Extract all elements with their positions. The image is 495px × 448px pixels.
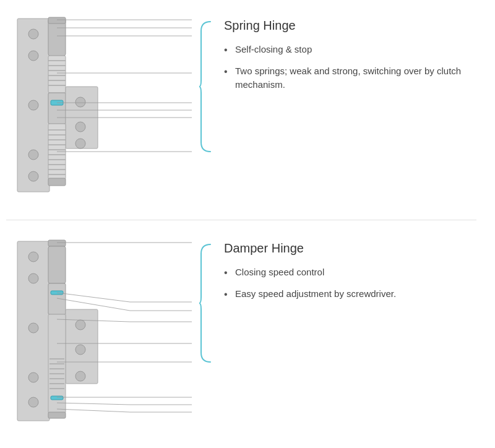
svg-point-5 xyxy=(28,171,38,181)
svg-point-70 xyxy=(75,345,85,355)
damper-hinge-svg: Cap Speed Adjusting Screw O-ring Ball Be… xyxy=(6,229,192,433)
damper-hinge-description: Damper Hinge Closing speed control Easy … xyxy=(224,241,489,308)
svg-line-96 xyxy=(57,403,130,405)
svg-line-86 xyxy=(57,298,130,311)
spring-hinge-info: Spring Hinge Self-closing & stop Two spr… xyxy=(192,6,489,155)
svg-rect-81 xyxy=(48,412,66,418)
svg-rect-65 xyxy=(48,283,66,314)
svg-rect-64 xyxy=(48,246,66,283)
svg-point-18 xyxy=(75,97,85,107)
svg-point-62 xyxy=(28,397,38,407)
damper-hinge-section: Cap Speed Adjusting Screw O-ring Ball Be… xyxy=(6,229,489,439)
svg-rect-7 xyxy=(48,17,66,24)
spring-hinge-description: Spring Hinge Self-closing & stop Two spr… xyxy=(224,19,489,100)
svg-rect-6 xyxy=(48,19,66,56)
svg-line-98 xyxy=(57,409,130,412)
spring-hinge-section: Cap Spring Pin Shaft Weak Spring Ball Be… xyxy=(6,6,489,217)
spring-hinge-bullet-2: Two springs; weak and strong, switching … xyxy=(224,64,489,92)
spring-hinge-title: Spring Hinge xyxy=(224,19,489,33)
svg-point-69 xyxy=(75,320,85,330)
damper-hinge-bullets: Closing speed control Easy speed adjustm… xyxy=(224,265,489,301)
svg-point-19 xyxy=(75,122,85,132)
spring-hinge-diagram: Cap Spring Pin Shaft Weak Spring Ball Be… xyxy=(6,6,192,204)
spring-hinge-bullet-1: Self-closing & stop xyxy=(224,43,489,57)
svg-point-61 xyxy=(28,373,38,382)
svg-point-59 xyxy=(28,274,38,283)
svg-line-84 xyxy=(57,293,130,302)
svg-point-58 xyxy=(28,252,38,262)
svg-rect-8 xyxy=(48,56,66,93)
svg-rect-32 xyxy=(48,178,66,186)
svg-point-4 xyxy=(28,150,38,160)
damper-hinge-bullet-2: Easy speed adjustment by screwdriver. xyxy=(224,287,489,301)
svg-point-3 xyxy=(28,100,38,110)
svg-point-60 xyxy=(28,323,38,333)
spring-hinge-bullets: Self-closing & stop Two springs; weak an… xyxy=(224,43,489,92)
damper-hinge-bullet-1: Closing speed control xyxy=(224,265,489,280)
damper-hinge-title: Damper Hinge xyxy=(224,241,489,256)
page: Cap Spring Pin Shaft Weak Spring Ball Be… xyxy=(0,0,495,448)
damper-hinge-diagram: Cap Speed Adjusting Screw O-ring Ball Be… xyxy=(6,229,192,433)
section-separator xyxy=(6,220,476,220)
svg-point-1 xyxy=(28,29,38,39)
svg-rect-80 xyxy=(51,396,63,400)
svg-rect-63 xyxy=(48,240,66,246)
damper-hinge-bracket xyxy=(198,241,217,365)
damper-hinge-info: Damper Hinge Closing speed control Easy … xyxy=(192,229,489,365)
spring-hinge-svg: Cap Spring Pin Shaft Weak Spring Ball Be… xyxy=(6,6,192,204)
spring-hinge-bracket xyxy=(198,19,217,155)
svg-point-71 xyxy=(75,371,85,381)
svg-rect-15 xyxy=(48,93,66,124)
svg-point-2 xyxy=(28,51,38,61)
svg-point-20 xyxy=(75,139,85,149)
